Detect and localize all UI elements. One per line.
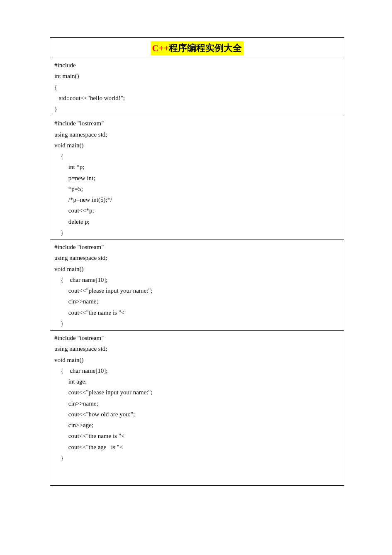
code-line: } [54, 227, 340, 238]
code-line: using namespace std; [54, 129, 340, 140]
code-line: cin>>age; [54, 420, 340, 430]
code-line: p=new int; [54, 173, 340, 183]
code-line: cin>>name; [54, 398, 340, 409]
code-line: { char name[10]; [54, 274, 340, 285]
code-line: } [54, 103, 340, 114]
code-line: using namespace std; [54, 343, 340, 354]
code-line: std::cout<<"hello world!"; [54, 93, 340, 103]
code-line: #include "iostream" [54, 118, 340, 129]
code-line: int age; [54, 376, 340, 387]
code-line: void main() [54, 264, 340, 274]
document-outer-box: C++程序编程实例大全 #include int main() { std::c… [50, 37, 344, 486]
title-cell: C++程序编程实例大全 [50, 38, 344, 58]
code-line: cout<<"the name is "< [54, 307, 340, 318]
code-line: #include "iostream" [54, 333, 340, 343]
code-line: } [54, 318, 340, 329]
code-line: cout<<"the age is "< [54, 442, 340, 452]
code-line: void main() [54, 140, 340, 151]
code-line: #include [54, 60, 340, 71]
code-line: delete p; [54, 216, 340, 227]
code-line: { char name[10]; [54, 365, 340, 376]
code-line: cout<<"how old are you:"; [54, 409, 340, 420]
code-line: /*p=new int(5);*/ [54, 194, 340, 205]
code-line: { [54, 151, 340, 161]
code-block-3: #include "iostream" using namespace std;… [50, 240, 344, 331]
code-line: #include "iostream" [54, 242, 340, 252]
code-line: void main() [54, 355, 340, 365]
code-line: cout<<*p; [54, 205, 340, 216]
code-block-1: #include int main() { std::cout<<"hello … [50, 58, 344, 116]
code-line: int main() [54, 71, 340, 81]
code-line: { [54, 82, 340, 93]
title-part-red: C++ [152, 43, 169, 53]
code-block-2: #include "iostream" using namespace std;… [50, 116, 344, 240]
document-title: C++程序编程实例大全 [151, 41, 244, 55]
code-line: cout<<"please input your name:"; [54, 387, 340, 398]
code-line: int *p; [54, 161, 340, 172]
title-part-black: 程序编程实例大全 [169, 43, 242, 53]
code-line: } [54, 452, 340, 463]
code-line: *p=5; [54, 183, 340, 194]
code-line: cout<<"please input your name:"; [54, 285, 340, 296]
code-line: using namespace std; [54, 252, 340, 263]
code-block-4: #include "iostream" using namespace std;… [50, 331, 344, 465]
code-line: cout<<"the name is "< [54, 430, 340, 441]
code-line: cin>>name; [54, 296, 340, 307]
